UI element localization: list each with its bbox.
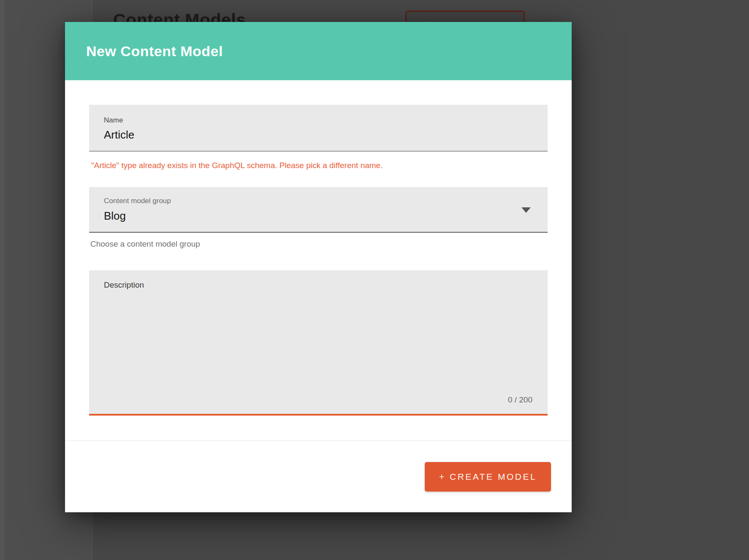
dialog-body: Name "Article" type already exists in th… [65,105,572,416]
create-model-button[interactable]: + CREATE MODEL [425,462,551,492]
dialog-title: New Content Model [86,43,223,60]
description-textarea[interactable] [104,293,540,386]
name-error-text: "Article" type already exists in the Gra… [91,161,548,170]
dialog-header: New Content Model [65,22,572,80]
name-input[interactable] [104,128,516,141]
background-sidebar-edge [0,0,4,560]
description-field[interactable]: Description 0 / 200 [89,270,548,416]
group-label: Content model group [89,187,548,205]
character-counter: 0 / 200 [508,395,532,405]
group-selected-value: Blog [104,209,548,223]
content-model-group-select[interactable]: Content model group Blog [89,187,548,233]
name-field[interactable]: Name [89,105,548,152]
new-content-model-dialog: New Content Model Name "Article" type al… [65,22,572,512]
name-label: Name [89,105,548,125]
group-helper-text: Choose a content model group [90,239,548,249]
dialog-footer: + CREATE MODEL [65,440,572,512]
screen: Content Models + New Content Model Name … [0,0,749,560]
description-label: Description [89,270,548,290]
chevron-down-icon[interactable] [521,207,531,213]
